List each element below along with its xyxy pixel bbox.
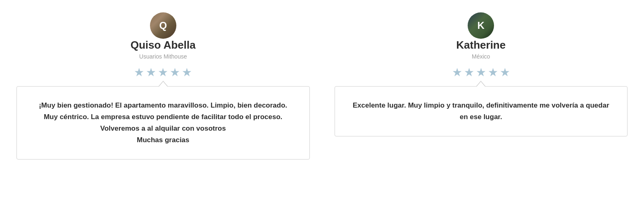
avatar-katherine: K [468,12,494,39]
reviewer-name-quiso: Quiso Abella [131,39,196,52]
star-1: ★ [134,66,144,79]
review-box-quiso: ¡Muy bien gestionado! El apartamento mar… [16,86,310,160]
star-3: ★ [476,66,486,79]
reviewer-name-katherine: Katherine [456,39,506,52]
star-1: ★ [452,66,462,79]
star-4: ★ [488,66,498,79]
star-5: ★ [182,66,192,79]
caret-container-quiso [16,81,310,87]
review-text-katherine: Excelente lugar. Muy limpio y tranquilo,… [351,100,611,123]
review-card-katherine: KKatherineMéxico★★★★★Excelente lugar. Mu… [335,12,628,160]
stars-katherine: ★★★★★ [452,66,510,79]
review-card-quiso: QQuiso AbellaUsuarios Mithouse★★★★★¡Muy … [16,12,310,160]
star-3: ★ [158,66,168,79]
caret-katherine [476,81,486,87]
review-box-katherine: Excelente lugar. Muy limpio y tranquilo,… [335,86,628,136]
reviews-container: QQuiso AbellaUsuarios Mithouse★★★★★¡Muy … [16,8,628,160]
caret-container-katherine [335,81,628,87]
review-text-quiso: ¡Muy bien gestionado! El apartamento mar… [33,100,293,146]
avatar-quiso: Q [150,12,176,39]
reviewer-subtitle-katherine: México [472,53,490,60]
reviewer-subtitle-quiso: Usuarios Mithouse [139,53,187,60]
stars-quiso: ★★★★★ [134,66,192,79]
star-2: ★ [464,66,474,79]
caret-quiso [158,81,168,87]
star-5: ★ [500,66,510,79]
star-4: ★ [170,66,180,79]
star-2: ★ [146,66,156,79]
